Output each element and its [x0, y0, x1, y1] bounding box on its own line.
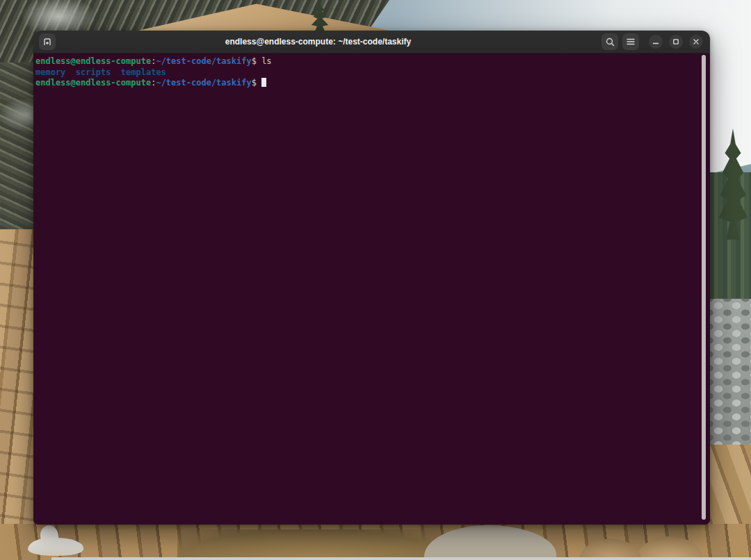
directory-entry: scripts — [76, 67, 111, 77]
prompt-symbol: $ — [252, 78, 257, 88]
search-icon — [605, 37, 615, 47]
directory-entry: memory — [35, 67, 65, 77]
window-controls — [601, 33, 703, 50]
typed-command: ls — [261, 56, 271, 66]
terminal-content[interactable]: endless@endless-compute:~/test-code/task… — [33, 53, 710, 525]
close-button[interactable] — [689, 35, 703, 49]
directory-entry: templates — [121, 67, 166, 77]
maximize-button[interactable] — [669, 35, 683, 49]
search-button[interactable] — [601, 33, 618, 50]
terminal-line-prompt-1: endless@endless-compute:~/test-code/task… — [35, 56, 700, 67]
menu-button[interactable] — [622, 33, 639, 50]
terminal-window: endless@endless-compute: ~/test-code/tas… — [33, 31, 710, 525]
terminal-line-prompt-2: endless@endless-compute:~/test-code/task… — [35, 78, 700, 89]
prompt-path: ~/test-code/taskify — [156, 78, 251, 88]
prompt-path: ~/test-code/taskify — [156, 56, 251, 66]
hamburger-icon — [626, 38, 636, 46]
new-tab-icon — [42, 36, 53, 47]
prompt-symbol: $ — [252, 56, 257, 66]
wallpaper-light-strip — [51, 557, 751, 560]
terminal-line-output: memoryscriptstemplates — [35, 67, 700, 79]
minimize-button[interactable] — [649, 35, 663, 49]
close-icon — [693, 38, 700, 45]
wallpaper-white-object — [28, 525, 85, 557]
terminal-scrollbar[interactable] — [702, 55, 706, 520]
new-tab-button[interactable] — [39, 33, 56, 50]
prompt-user: endless@endless-compute — [35, 78, 151, 88]
maximize-icon — [672, 38, 679, 45]
minimize-icon — [652, 38, 659, 45]
wallpaper-dirt-ground — [177, 529, 449, 560]
titlebar[interactable]: endless@endless-compute: ~/test-code/tas… — [33, 31, 710, 53]
wallpaper-rocky-slope — [709, 299, 751, 448]
wallpaper-tan-stones — [577, 532, 709, 560]
prompt-user: endless@endless-compute — [35, 56, 151, 66]
window-title: endless@endless-compute: ~/test-code/tas… — [56, 37, 601, 47]
text-cursor — [261, 78, 266, 87]
